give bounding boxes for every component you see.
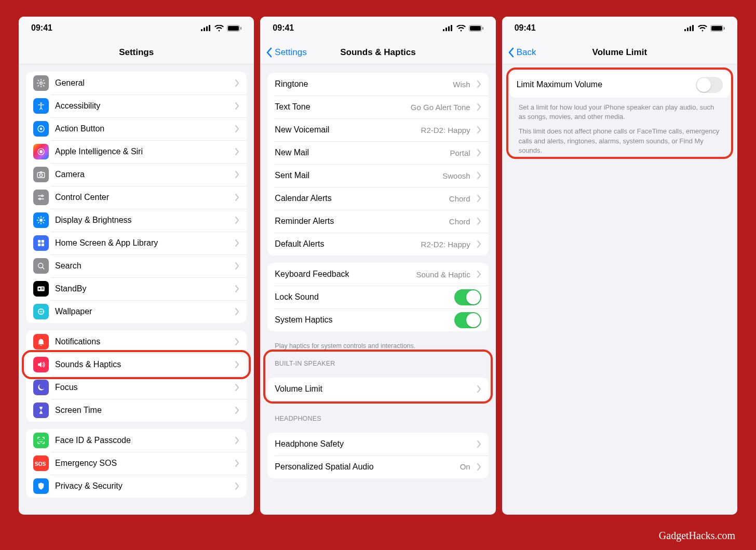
chevron-right-icon [477, 81, 481, 88]
row-privacy-security[interactable]: Privacy & Security [26, 475, 247, 498]
row-label: Search [55, 261, 228, 271]
chevron-right-icon [235, 482, 239, 490]
row-text-tone[interactable]: Text ToneGo Go Alert Tone [267, 96, 488, 118]
chevron-right-icon [235, 125, 239, 132]
row-lock-sound[interactable]: Lock Sound [267, 286, 488, 308]
row-keyboard-feedback[interactable]: Keyboard FeedbackSound & Haptic [267, 263, 488, 286]
row-screen-time[interactable]: Screen Time [26, 399, 247, 422]
row-headphone-safety[interactable]: Headphone Safety [267, 433, 488, 455]
row-wallpaper[interactable]: Wallpaper [26, 300, 247, 323]
row-label: Sent Mail [275, 171, 436, 180]
row-sounds-haptics[interactable]: Sounds & Haptics [26, 353, 247, 376]
row-accessibility[interactable]: Accessibility [26, 95, 247, 117]
row-notifications[interactable]: Notifications [26, 330, 247, 353]
row-default-alerts[interactable]: Default AlertsR2-D2: Happy [267, 233, 488, 256]
chevron-right-icon [477, 440, 481, 448]
row-label: Sounds & Haptics [55, 360, 228, 369]
svg-rect-21 [42, 244, 44, 246]
row-system-haptics[interactable]: System Haptics [267, 308, 488, 331]
chevron-right-icon [235, 217, 239, 224]
row-focus[interactable]: Focus [26, 376, 247, 399]
svg-rect-37 [470, 26, 481, 31]
svg-point-16 [39, 198, 40, 200]
row-new-mail[interactable]: New MailPortal [267, 141, 488, 164]
status-bar: 09:41 [260, 17, 495, 41]
page-title: Settings [119, 47, 154, 58]
toggle-limit-maximum-volume[interactable] [696, 77, 723, 93]
row-action-button[interactable]: Action Button [26, 117, 247, 140]
status-time: 09:41 [273, 23, 294, 33]
row-label: Keyboard Feedback [275, 270, 410, 279]
chevron-right-icon [235, 407, 239, 414]
battery-icon [469, 25, 483, 32]
section-header-headphones: HEADPHONES [260, 408, 495, 425]
row-personalized-spatial-audio[interactable]: Personalized Spatial AudioOn [267, 455, 488, 478]
svg-rect-45 [724, 27, 725, 30]
row-control-center[interactable]: Control Center [26, 186, 247, 209]
toggle-system-haptics[interactable] [454, 312, 481, 328]
home-icon [33, 235, 49, 251]
svg-rect-38 [482, 27, 483, 30]
svg-rect-20 [38, 244, 40, 246]
svg-point-10 [40, 128, 43, 130]
row-label: Personalized Spatial Audio [275, 462, 453, 472]
battery-icon [710, 25, 725, 32]
row-volume-limit[interactable]: Volume Limit [267, 378, 488, 400]
chevron-right-icon [235, 361, 239, 368]
brightness-icon [33, 212, 49, 228]
row-label: Default Alerts [275, 239, 414, 249]
wifi-icon [214, 25, 224, 32]
row-detail: Sound & Haptic [416, 270, 470, 279]
back-label: Settings [275, 47, 306, 58]
status-indicators [443, 25, 483, 32]
row-label: Home Screen & App Library [55, 238, 228, 248]
row-face-id-passcode[interactable]: Face ID & Passcode [26, 429, 247, 452]
row-label: Headphone Safety [275, 439, 470, 449]
back-button[interactable]: Back [507, 41, 536, 64]
back-button[interactable]: Settings [265, 41, 306, 64]
camera-icon [33, 167, 49, 182]
row-general[interactable]: General [26, 72, 247, 95]
chevron-right-icon [235, 338, 239, 345]
settings-list: GeneralAccessibilityAction ButtonApple I… [19, 64, 254, 515]
toggle-lock-sound[interactable] [454, 289, 481, 305]
action-icon [33, 121, 49, 137]
headphones-group: Headphone SafetyPersonalized Spatial Aud… [267, 433, 488, 478]
chevron-right-icon [235, 384, 239, 391]
row-search[interactable]: Search [26, 254, 247, 277]
row-label: Face ID & Passcode [55, 436, 228, 445]
svg-rect-0 [201, 29, 203, 31]
chevron-right-icon [235, 460, 239, 467]
chevron-right-icon [477, 172, 481, 179]
row-calendar-alerts[interactable]: Calendar AlertsChord [267, 187, 488, 210]
svg-rect-32 [443, 29, 444, 31]
row-detail: Go Go Alert Tone [411, 103, 470, 112]
row-home-screen-app-library[interactable]: Home Screen & App Library [26, 232, 247, 254]
row-detail: Portal [450, 149, 470, 157]
row-apple-intelligence-siri[interactable]: Apple Intelligence & Siri [26, 140, 247, 163]
row-camera[interactable]: Camera [26, 163, 247, 186]
row-reminder-alerts[interactable]: Reminder AlertsChord [267, 210, 488, 233]
svg-rect-41 [690, 26, 691, 32]
row-ringtone[interactable]: RingtoneWish [267, 73, 488, 96]
bell-icon [33, 334, 49, 350]
svg-rect-34 [448, 26, 450, 32]
chevron-right-icon [477, 271, 481, 278]
row-display-brightness[interactable]: Display & Brightness [26, 209, 247, 232]
siri-icon [33, 144, 49, 159]
row-limit-maximum-volume[interactable]: Limit Maximum Volume [509, 72, 730, 98]
row-sent-mail[interactable]: Sent MailSwoosh [267, 164, 488, 187]
standby-icon [33, 281, 49, 297]
svg-rect-35 [451, 25, 452, 31]
svg-rect-26 [42, 289, 44, 289]
row-emergency-sos[interactable]: SOSEmergency SOS [26, 452, 247, 475]
chevron-right-icon [477, 126, 481, 133]
row-label: Notifications [55, 337, 228, 346]
row-new-voicemail[interactable]: New VoicemailR2-D2: Happy [267, 118, 488, 141]
page-title: Sounds & Haptics [340, 47, 415, 58]
row-label: Volume Limit [275, 384, 470, 394]
row-detail: Chord [449, 194, 470, 203]
row-standby[interactable]: StandBy [26, 277, 247, 300]
svg-point-24 [38, 288, 40, 289]
settings-group: NotificationsSounds & HapticsFocusScreen… [26, 330, 247, 422]
